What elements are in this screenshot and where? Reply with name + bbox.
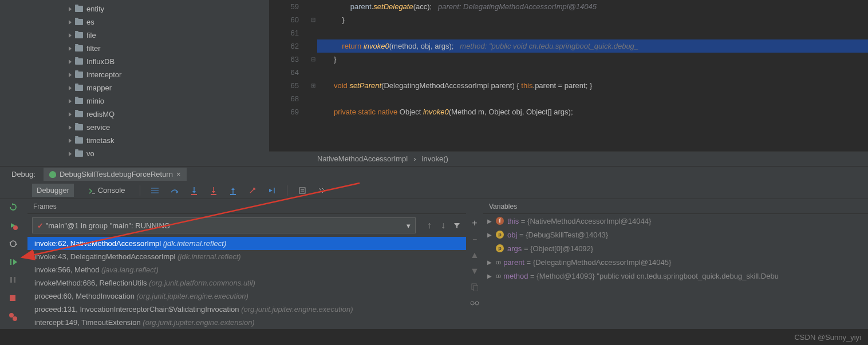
expand-icon[interactable]: ▶ [487,259,492,265]
run-config-tab[interactable]: DebugSkillTest.debugForceReturn × [44,168,187,181]
folder-icon [75,124,83,130]
drop-frame-icon[interactable] [248,186,257,195]
evaluate-icon[interactable] [298,186,307,195]
expand-icon [69,7,72,11]
tree-item[interactable]: mapper [0,81,269,94]
expand-icon [69,125,72,130]
stack-frame[interactable]: proceed:131, InvocationInterceptorChain$… [27,303,466,316]
link-icon: oo [496,259,500,265]
stack-frame[interactable]: invoke:62, NativeMethodAccessorImpl (jdk… [27,237,466,250]
code-line[interactable]: parent.setDelegate(acc); parent: Delegat… [317,0,868,13]
step-over-icon[interactable] [170,186,179,195]
step-into-icon[interactable] [190,186,199,195]
remove-watch-icon[interactable]: − [470,235,479,244]
variable-row[interactable]: pargs = {Object[0]@14092} [483,241,868,255]
variable-row[interactable]: ▶oomethod = {Method@14093} "public void … [483,269,868,283]
tree-item[interactable]: InfluxDB [0,55,269,68]
thread-selector[interactable]: ✓ "main"@1 in group "main": RUNNING ▾ [32,217,416,233]
tree-item[interactable]: interceptor [0,68,269,81]
svg-point-24 [475,302,479,305]
code-line[interactable]: return invoke0(method, obj, args); metho… [317,39,868,53]
stack-frame[interactable]: invoke:43, DelegatingMethodAccessorImpl … [27,250,466,263]
bug-icon [49,171,56,178]
var-badge: p [496,244,504,252]
folder-icon [75,72,83,78]
svg-rect-18 [10,295,15,301]
folder-icon [75,98,83,104]
var-badge: p [496,231,504,239]
threads-icon[interactable] [151,186,160,195]
code-line[interactable]: } [317,53,868,66]
up-icon[interactable]: ▲ [470,251,479,260]
folder-icon [75,111,83,117]
run-to-cursor-icon[interactable] [267,186,277,195]
breadcrumb-class: NativeMethodAccessorImpl [317,154,408,163]
link-icon: oo [496,273,500,279]
svg-point-19 [9,313,14,318]
expand-icon[interactable]: ▶ [487,273,492,279]
code-editor[interactable]: 596061626364656869 ⊟⊟⊞ parent.setDelegat… [269,0,868,166]
code-line[interactable] [317,92,868,105]
expand-icon [69,73,72,77]
expand-icon [69,112,72,117]
folder-icon [75,137,83,144]
down-icon[interactable]: ▼ [470,267,479,276]
variable-row[interactable]: ▶fthis = {NativeMethodAccessorImpl@14044… [483,214,868,228]
tree-item[interactable]: entity [0,2,269,15]
resume-icon[interactable] [9,257,19,268]
pause-icon[interactable] [9,276,19,286]
watermark: CSDN @Sunny_yiyi [794,333,861,342]
svg-rect-15 [10,259,11,265]
expand-icon [69,138,72,143]
code-line[interactable] [317,66,868,79]
folder-icon [75,58,83,65]
code-line[interactable]: void setParent(DelegatingMethodAccessorI… [317,79,868,92]
project-tree[interactable]: entityesfilefilterInfluxDBinterceptormap… [0,0,269,166]
tree-item[interactable]: timetask [0,134,269,147]
prev-frame-icon[interactable]: ↑ [425,221,434,230]
expand-icon[interactable]: ▶ [487,218,492,224]
tree-item[interactable]: es [0,15,269,29]
glasses-icon[interactable] [470,299,479,308]
filter-icon[interactable] [452,221,461,230]
update-icon[interactable] [9,239,19,249]
copy-icon[interactable] [470,283,479,292]
stack-frame[interactable]: invoke:566, Method (java.lang.reflect) [27,263,466,276]
force-step-into-icon[interactable] [209,186,218,195]
variable-row[interactable]: ▶ooparent = {DelegatingMethodAccessorImp… [483,255,868,269]
breadcrumb-method: invoke() [422,154,448,163]
tree-item[interactable]: minio [0,94,269,108]
rerun-icon[interactable] [9,203,19,213]
close-icon[interactable]: × [176,170,181,179]
code-line[interactable]: } [317,13,868,26]
debug-side-toolbar [0,199,27,329]
next-frame-icon[interactable]: ↓ [439,221,448,230]
expand-icon[interactable]: ▶ [487,232,492,238]
add-watch-icon[interactable]: + [470,219,479,228]
code-line[interactable]: private static native Object invoke0(Met… [317,105,868,118]
frames-pane: Frames ✓ "main"@1 in group "main": RUNNI… [27,199,466,329]
breakpoints-icon[interactable] [9,312,19,323]
expand-icon [69,152,72,156]
tab-console[interactable]: Console [84,184,129,197]
stop-icon[interactable] [9,294,19,304]
tree-item[interactable]: vo [0,147,269,160]
expand-icon [69,86,72,90]
code-line[interactable] [317,26,868,39]
modify-run-icon[interactable] [9,221,19,231]
trace-icon[interactable] [317,186,326,195]
variable-row[interactable]: ▶pobj = {DebugSkillTest@14043} [483,228,868,241]
chevron-down-icon: ▾ [407,221,411,230]
stack-frame[interactable]: proceed:60, MethodInvocation (org.junit.… [27,290,466,303]
stack-frame[interactable]: intercept:149, TimeoutExtension (org.jun… [27,316,466,329]
tree-item[interactable]: filter [0,42,269,55]
tree-item[interactable]: file [0,29,269,42]
stack-frame[interactable]: invokeMethod:686, ReflectionUtils (org.j… [27,276,466,290]
tree-item[interactable]: redisMQ [0,108,269,121]
tree-item[interactable]: service [0,121,269,134]
step-out-icon[interactable] [228,186,238,195]
tab-debugger[interactable]: Debugger [32,184,74,197]
folder-icon [75,32,83,38]
svg-rect-16 [10,277,12,283]
breadcrumb[interactable]: NativeMethodAccessorImpl › invoke() [269,151,868,166]
